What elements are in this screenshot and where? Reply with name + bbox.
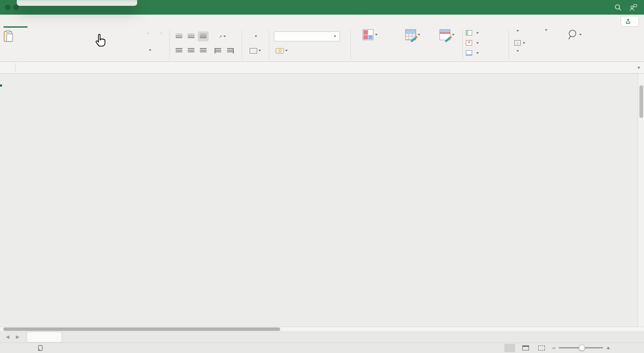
formula-bar-divider: [15, 63, 15, 72]
find-magnifier-icon: [567, 29, 578, 40]
align-bottom-button[interactable]: [198, 31, 209, 41]
share-person-icon[interactable]: [629, 3, 637, 12]
vertical-scrollbar-thumb[interactable]: [639, 85, 643, 118]
align-left-button[interactable]: [174, 46, 184, 56]
format-cells-button[interactable]: [466, 50, 479, 56]
comma-style-button[interactable]: [303, 46, 310, 56]
percent-style-button[interactable]: [291, 46, 301, 56]
increase-font-size-button[interactable]: ˆ: [141, 31, 153, 42]
increase-indent-button[interactable]: [225, 46, 236, 56]
zoom-out-button[interactable]: −: [552, 343, 556, 353]
sheet-tab-bar: ◀ ▶: [0, 331, 644, 343]
normal-view-button[interactable]: [504, 344, 515, 352]
cell-styles-button[interactable]: [435, 29, 459, 47]
ribbon-tabs: [0, 15, 644, 28]
paste-icon[interactable]: [3, 30, 14, 43]
cursor-pointer: [93, 33, 109, 49]
zoom-in-button[interactable]: +: [606, 343, 610, 353]
spreadsheet-grid: [0, 74, 638, 327]
find-select-button[interactable]: [561, 29, 588, 47]
decrease-indent-button[interactable]: [212, 46, 223, 56]
delete-cells-button[interactable]: [466, 40, 479, 46]
number-format-dropdown[interactable]: [274, 31, 340, 41]
sheet-prev-icon[interactable]: ◀: [6, 334, 9, 340]
group-separator: [242, 30, 242, 59]
zoom-slider-knob[interactable]: [579, 345, 585, 351]
group-separator: [509, 30, 509, 59]
group-separator: [169, 30, 170, 59]
fill-handle[interactable]: [0, 84, 3, 87]
add-sheet-button[interactable]: [67, 332, 77, 343]
formula-bar: ▼: [0, 62, 644, 74]
cell-styles-icon: [440, 29, 450, 40]
format-as-table-icon: [405, 29, 416, 40]
sheet-next-icon[interactable]: ▶: [16, 334, 19, 340]
clear-button[interactable]: [514, 50, 519, 52]
excel-app-menu: [17, 0, 137, 6]
share-button[interactable]: [621, 16, 639, 27]
selected-cell-outline: [0, 84, 2, 86]
align-right-button[interactable]: [198, 46, 209, 56]
group-separator: [463, 30, 463, 59]
horizontal-scrollbar[interactable]: [0, 327, 644, 331]
decrease-decimal-button[interactable]: [330, 46, 343, 56]
font-color-button[interactable]: [141, 44, 157, 56]
autosum-button[interactable]: [514, 30, 519, 32]
status-bar: − +: [0, 343, 644, 353]
selection-mode-icon: [37, 345, 43, 351]
conditional-formatting-icon: [363, 29, 373, 40]
excel-window: ˆ ˇ ↗: [0, 0, 644, 353]
vertical-scrollbar[interactable]: [638, 74, 644, 327]
group-separator: [269, 30, 269, 59]
text-orientation-button[interactable]: ↗: [212, 31, 231, 41]
formula-bar-expand-icon[interactable]: ▼: [637, 66, 641, 70]
align-center-button[interactable]: [186, 46, 197, 56]
format-as-table-button[interactable]: [391, 29, 434, 47]
accounting-format-button[interactable]: [274, 46, 289, 56]
format-cells-icon: [466, 50, 472, 56]
column-headers: [0, 74, 638, 84]
insert-cells-button[interactable]: [466, 30, 479, 36]
name-box[interactable]: [0, 62, 15, 73]
increase-decimal-button[interactable]: [316, 46, 329, 56]
align-top-button[interactable]: [174, 31, 184, 41]
share-icon: [625, 18, 631, 24]
search-icon[interactable]: [614, 3, 622, 12]
conditional-formatting-button[interactable]: [350, 29, 391, 47]
align-middle-button[interactable]: [186, 31, 197, 41]
horizontal-scrollbar-thumb[interactable]: [3, 327, 280, 331]
sort-filter-button[interactable]: [528, 29, 562, 38]
merge-cells-button[interactable]: [246, 46, 264, 56]
delete-cells-icon: [466, 40, 472, 46]
formula-input[interactable]: [20, 62, 632, 73]
decrease-font-size-button[interactable]: ˇ: [154, 31, 167, 42]
page-layout-view-button[interactable]: [520, 344, 531, 352]
insert-cells-icon: [466, 30, 472, 36]
sheet-tab-list1[interactable]: [27, 332, 62, 343]
page-break-view-button[interactable]: [536, 344, 547, 352]
fill-button[interactable]: ↓: [514, 40, 525, 46]
wrap-text-button[interactable]: [246, 31, 264, 41]
